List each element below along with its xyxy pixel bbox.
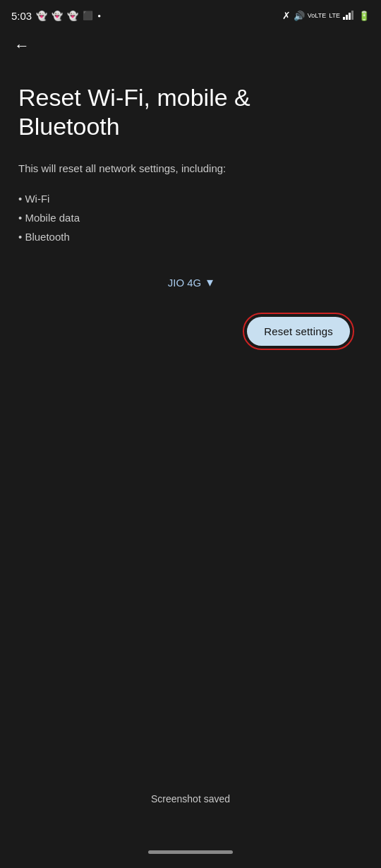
snapchat-icon-2: 👻 [52,11,63,21]
reset-settings-button[interactable]: Reset settings [247,317,350,346]
svg-rect-2 [349,13,351,20]
bottom-nav-indicator [148,850,233,854]
list-item-wifi: • Wi-Fi [18,189,363,208]
status-bar: 5:03 👻 👻 👻 ⬛ ● ✗ 🔊 VoLTE LTE 🔋 [0,0,381,28]
chevron-down-icon: ▾ [207,275,213,290]
dot-icon: ● [97,13,101,19]
screen-record-icon: ⬛ [83,11,93,20]
status-bar-left: 5:03 👻 👻 👻 ⬛ ● [11,10,101,22]
dropdown-row: JIO 4G ▾ [18,269,363,296]
bluetooth-status-icon: ✗ [282,10,291,21]
back-arrow-icon: ← [14,37,30,55]
status-bar-right: ✗ 🔊 VoLTE LTE 🔋 [282,10,370,22]
button-row: Reset settings [18,313,363,350]
svg-rect-0 [343,17,345,20]
description-text: This will reset all network settings, in… [18,161,363,177]
sim-dropdown-label: JIO 4G [168,277,202,289]
network-list: • Wi-Fi • Mobile data • Bluetooth [18,189,363,246]
list-item-bluetooth: • Bluetooth [18,227,363,246]
page-title: Reset Wi-Fi, mobile &Bluetooth [18,83,363,141]
screenshot-saved-toast: Screenshot saved [151,793,230,804]
list-item-mobile-data: • Mobile data [18,208,363,227]
lte-icon: LTE [329,13,340,19]
signal-bars-icon [343,10,356,22]
main-content: Reset Wi-Fi, mobile &Bluetooth This will… [0,69,381,350]
volume-icon: 🔊 [294,11,305,21]
sim-selector-dropdown[interactable]: JIO 4G ▾ [159,269,222,296]
svg-rect-1 [346,15,348,20]
status-time: 5:03 [11,10,32,22]
top-nav: ← [0,28,381,69]
snapchat-icon-3: 👻 [67,11,78,21]
vowifi-icon: VoLTE [308,13,326,19]
reset-button-highlight: Reset settings [243,313,354,350]
snapchat-icon-1: 👻 [36,11,47,21]
back-button[interactable]: ← [11,34,32,58]
battery-icon: 🔋 [358,11,370,21]
svg-rect-3 [351,11,353,20]
